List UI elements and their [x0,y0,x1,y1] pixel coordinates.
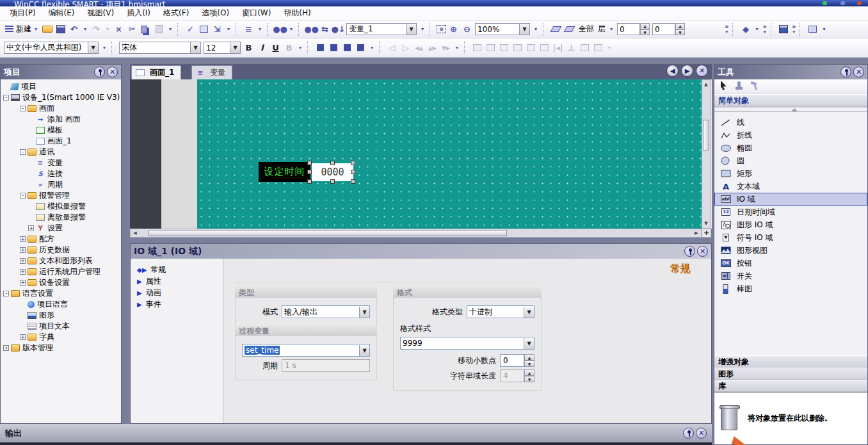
minimize-icon[interactable] [823,1,827,5]
zoom-combobox[interactable]: 100% ▼ [475,23,530,35]
pin-icon[interactable] [94,67,105,77]
language-combobox[interactable]: 中文(中华人民共和国) ▼ [4,42,99,54]
tree-item-tags[interactable]: ≡变量 [1,158,121,168]
flip-right-icon[interactable]: ▷ [399,42,412,54]
undo-icon[interactable]: ↶ [68,23,80,35]
text-field-object[interactable]: 设定时间 [259,162,310,182]
form-view-icon[interactable] [807,23,819,35]
font-size-combobox[interactable]: 12 ▼ [204,42,241,54]
chevron-down-icon[interactable]: ▾ [419,23,426,35]
chevron-down-icon[interactable]: ▼ [359,345,369,356]
save-icon[interactable] [54,23,67,35]
close-icon[interactable]: ✕ [696,428,707,439]
nav-general[interactable]: ◆▶常规 [131,264,223,275]
paste-icon[interactable] [153,23,165,35]
delete-drop-zone[interactable]: 将对象放置在此以删除。 [714,392,867,444]
align-top-icon[interactable] [511,42,524,54]
section-enhanced-objects[interactable]: 增强对象 [714,355,867,368]
tree-item-recipes[interactable]: +配方 [1,234,121,245]
chevron-down-icon[interactable]: ▾ [607,23,615,35]
tool-graphic-view[interactable]: 图形视图 [714,244,867,257]
tree-item-alarm-settings[interactable]: +Y设置 [1,223,121,234]
pin-icon[interactable] [684,246,695,257]
same-height-icon[interactable]: ⊥ [565,42,577,54]
align-right-icon[interactable] [498,42,510,54]
chevron-down-icon[interactable]: ▾ [532,23,540,35]
tree-item-template[interactable]: 模板 [1,125,121,136]
chevron-down-icon[interactable]: ▼ [524,307,534,318]
sort-icon[interactable]: ≡ [243,23,255,35]
chevron-down-icon[interactable]: ▼ [524,338,534,349]
forward-icon[interactable]: ▶ [681,65,693,77]
group-icon[interactable] [314,42,326,54]
chevron-down-icon[interactable]: ▾ [166,23,174,35]
tool-text-field[interactable]: A文本域 [714,180,867,193]
tree-item-language-settings[interactable]: -语言设置 [1,288,121,299]
new-screen-icon[interactable] [3,23,15,35]
menu-window[interactable]: 窗口(W) [236,6,277,20]
tool-symbolic-io-field[interactable]: ▼符号 IO 域 [714,231,867,244]
tree-item-cycles[interactable]: »周期 [1,179,121,190]
expand-icon[interactable]: + [20,334,26,340]
collapse-handle[interactable] [714,106,867,112]
close-icon[interactable]: ✕ [697,246,708,257]
tool-rectangle[interactable]: 矩形 [714,167,867,180]
spin-up-icon[interactable]: ▲ [640,23,650,29]
chevron-down-icon[interactable]: ▼ [88,42,98,53]
tool-switch[interactable]: o⎮开关 [714,270,867,282]
expand-icon[interactable]: + [20,258,26,264]
chevron-down-icon[interactable]: ▼ [406,24,416,35]
tool-button[interactable]: OK按钮 [714,257,867,270]
chevron-down-icon[interactable]: ▼ [359,307,369,318]
chevron-down-icon[interactable]: ▼ [230,42,240,53]
tool-ellipse[interactable]: 椭圆 [714,142,867,154]
chevron-down-icon[interactable]: ▾ [256,23,264,35]
format-type-combobox[interactable]: 十进制 ▼ [467,305,534,318]
vertical-scrollbar[interactable]: ▲ ▼ [702,79,711,229]
rotate-left-icon[interactable]: ◂▴ [413,42,425,54]
output-panel-header[interactable]: 输出 ✕ [0,424,712,442]
find-icon[interactable]: ●● [274,23,286,35]
nav-properties[interactable]: ▶属性 [131,275,223,287]
layers-all-button[interactable]: 全部 [579,24,594,35]
chevron-down-icon[interactable]: ▼ [519,24,529,35]
tab-tags[interactable]: ≡ 变量 [191,65,232,79]
spin-down-icon[interactable]: ▼ [675,29,685,36]
scroll-up-icon[interactable]: ▲ [703,81,709,88]
tree-item-add-screen[interactable]: →添加 画面 [1,114,121,125]
title-bar[interactable]: WinCC flexible SMART - 项目1.hmismart [0,0,868,6]
back-icon[interactable]: ◀ [666,65,679,77]
menu-options[interactable]: 选项(O) [196,6,235,20]
tree-item-screen-1[interactable]: 画面_1 [1,136,121,147]
selection-handle[interactable] [307,170,312,174]
chevron-down-icon[interactable]: ▾ [453,42,461,54]
rotate-180-icon[interactable]: ▾▸ [440,42,452,54]
align-middle-icon[interactable] [525,42,537,54]
remove-from-group-icon[interactable] [355,42,367,54]
close-icon[interactable]: ✕ [107,67,118,77]
collapse-icon[interactable]: - [20,106,26,111]
tab-screen-1[interactable]: 画面_1 [131,65,181,79]
layer-up-icon[interactable] [563,23,575,35]
scroll-left-icon[interactable]: ◀ [131,230,139,236]
font-combobox[interactable]: 宋体 ▼ [119,42,201,54]
layer-button[interactable]: 层 [598,24,606,35]
bold-icon[interactable]: B [243,42,255,54]
toolbar-overflow-icon[interactable]: »▾ [725,24,728,35]
tree-item-connections[interactable]: S连接 [1,168,121,179]
tool-io-field[interactable]: abIIO 域 [714,193,867,206]
open-icon[interactable] [41,23,53,35]
tree-item-project[interactable]: 项目 [1,81,121,92]
collapse-icon[interactable]: - [20,149,26,155]
copy-icon[interactable] [140,23,152,35]
tool-polyline[interactable]: 折线 [714,129,867,142]
menu-insert[interactable]: 插入(I) [121,6,156,20]
scroll-right-icon[interactable]: ▶ [693,230,700,236]
vertical-scroll-thumb[interactable] [703,120,709,150]
menu-help[interactable]: 帮助(H) [278,6,316,20]
scroll-down-icon[interactable]: ▼ [703,220,709,227]
tree-item-historical-data[interactable]: +历史数据 [1,245,121,255]
pin-icon[interactable] [840,67,851,77]
redo-icon[interactable]: ↷ [90,23,102,35]
selection-handle[interactable] [330,179,335,184]
